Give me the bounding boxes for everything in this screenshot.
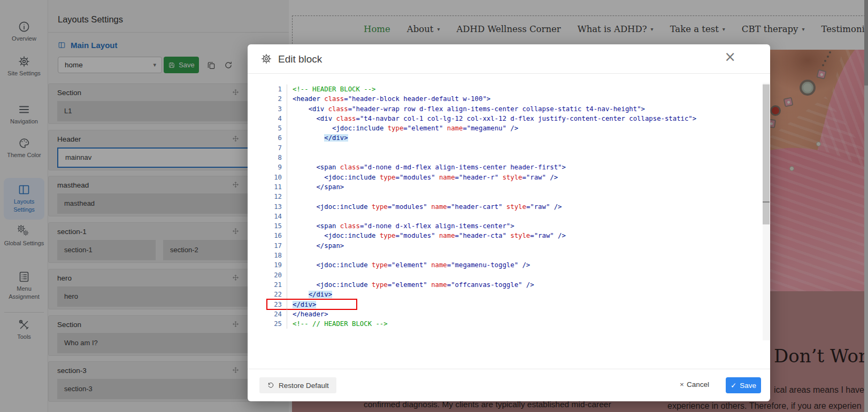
line-number: 13 [266,202,287,212]
code-text: </div> [287,133,348,143]
code-text [287,212,293,221]
code-text: <jdoc:include type="modules" name="heade… [287,231,566,240]
line-number: 17 [266,241,287,251]
divider [248,73,770,74]
code-line[interactable]: 7 [266,143,762,153]
line-number: 23 [266,300,287,309]
modal-save-button[interactable]: ✓ Save [726,377,761,393]
line-number: 1 [266,84,287,94]
line-number: 9 [266,162,287,172]
code-text: <jdoc:include type="modules" name="heade… [287,202,562,212]
code-text: <div class="t4-navbar col-1 col-lg-12 co… [287,114,696,123]
code-line[interactable]: 4 <div class="t4-navbar col-1 col-lg-12 … [266,114,762,123]
modal-save-label: Save [740,382,756,390]
code-text [287,270,293,280]
code-text: <div class="header-wrap row d-flex align… [287,104,645,114]
line-number: 11 [266,182,287,192]
editor-scrollbar-thumb[interactable] [763,84,770,224]
code-line[interactable]: 13 <jdoc:include type="modules" name="he… [266,202,762,212]
code-line[interactable]: 2<header class="header-block header-defa… [266,94,762,104]
line-number: 15 [266,221,287,231]
code-text: </div> [287,300,316,309]
code-line[interactable]: 25<!-- // HEADER BLOCK --> [266,319,762,329]
restore-default-button[interactable]: Restore Default [259,377,336,393]
line-number: 12 [266,192,287,201]
code-line[interactable]: 1<!-- HEADER BLOCK --> [266,84,762,94]
code-text: </header> [287,309,328,319]
line-number: 25 [266,319,287,329]
code-line[interactable]: 17 </span> [266,241,762,251]
code-text [287,251,293,260]
code-text [287,153,293,162]
code-line[interactable]: 10 <jdoc:include type="modules" name="he… [266,173,762,182]
line-number: 8 [266,153,287,162]
code-text: </span> [287,241,344,251]
line-number: 10 [266,173,287,182]
line-number: 20 [266,270,287,280]
code-text: </span> [287,182,344,192]
line-number: 21 [266,280,287,290]
line-number: 14 [266,212,287,221]
code-line[interactable]: 12 [266,192,762,201]
restore-icon [267,382,275,390]
line-number: 16 [266,231,287,240]
code-text: <jdoc:include type="element" name="megam… [287,123,518,133]
line-number: 2 [266,94,287,104]
editor-scrollbar-mark [763,201,770,203]
code-text: </div> [287,290,332,299]
edit-block-modal: Edit block × 1<!-- HEADER BLOCK -->2<hea… [248,44,770,401]
code-text [287,143,293,153]
editor-scrollbar[interactable] [763,83,770,340]
check-icon: ✓ [731,381,736,390]
code-line[interactable]: 21 <jdoc:include type="element" name="of… [266,280,762,290]
close-icon[interactable]: × [724,50,736,64]
code-line[interactable]: 8 [266,153,762,162]
code-line[interactable]: 15 <span class="d-none d-xl-flex align-i… [266,221,762,231]
line-number: 18 [266,251,287,260]
line-number: 5 [266,123,287,133]
cancel-label: Cancel [687,380,709,388]
gear-icon [260,53,272,65]
code-text: <jdoc:include type="modules" name="heade… [287,173,558,182]
line-number: 24 [266,309,287,319]
code-line[interactable]: 6 </div> [266,133,762,143]
restore-default-label: Restore Default [279,382,329,390]
code-text: <jdoc:include type="element" name="megam… [287,260,530,270]
code-text: <span class="d-none d-xl-flex align-item… [287,221,514,231]
divider [248,369,770,369]
code-line[interactable]: 24</header> [266,309,762,319]
code-line[interactable]: 23</div> [266,300,762,309]
cancel-button[interactable]: ×Cancel [680,380,709,388]
line-number: 19 [266,260,287,270]
line-number: 4 [266,114,287,123]
code-line[interactable]: 19 <jdoc:include type="element" name="me… [266,260,762,270]
code-text: <header class="header-block header-defau… [287,94,490,104]
code-line[interactable]: 22 </div> [266,290,762,299]
code-text: <!-- HEADER BLOCK --> [287,84,375,94]
line-number: 22 [266,290,287,299]
line-number: 3 [266,104,287,114]
app-window: HomeAbout▾ADHD Wellness CornerWhat is AD… [0,0,868,412]
code-line[interactable]: 5 <jdoc:include type="element" name="meg… [266,123,762,133]
code-text [287,192,293,201]
code-line[interactable]: 20 [266,270,762,280]
code-line[interactable]: 18 [266,251,762,260]
code-line[interactable]: 11 </span> [266,182,762,192]
line-number: 6 [266,133,287,143]
line-number: 7 [266,143,287,153]
code-editor[interactable]: 1<!-- HEADER BLOCK -->2<header class="he… [266,81,762,342]
modal-title: Edit block [278,53,322,65]
code-line[interactable]: 9 <span class="d-none d-md-flex align-it… [266,162,762,172]
code-text: <span class="d-none d-md-flex align-item… [287,162,566,172]
x-icon: × [680,380,684,388]
code-line[interactable]: 3 <div class="header-wrap row d-flex ali… [266,104,762,114]
code-text: <jdoc:include type="element" name="offca… [287,280,534,290]
code-line[interactable]: 14 [266,212,762,221]
code-line[interactable]: 16 <jdoc:include type="modules" name="he… [266,231,762,240]
code-text: <!-- // HEADER BLOCK --> [287,319,388,329]
